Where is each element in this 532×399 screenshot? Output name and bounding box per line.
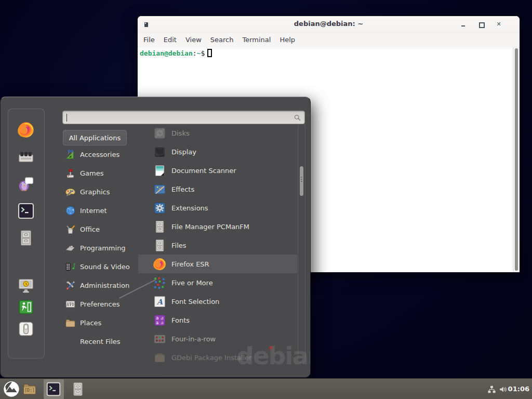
menu-scrollbar-thumb[interactable] xyxy=(300,166,303,196)
effects-icon xyxy=(153,183,166,196)
category-all-applications[interactable]: All Applications xyxy=(63,130,127,145)
menu-help[interactable]: Help xyxy=(280,36,295,44)
fonts-icon xyxy=(153,314,166,327)
app-item-five-or-more[interactable]: Five or More xyxy=(138,273,297,292)
places-icon xyxy=(65,317,76,328)
sound-video-icon xyxy=(65,261,76,272)
file-manager-launcher[interactable] xyxy=(71,381,85,397)
graphics-icon xyxy=(65,187,76,197)
clock[interactable]: 01:06 xyxy=(508,385,529,393)
favorite-pidgin[interactable] xyxy=(18,176,34,192)
extensions-icon xyxy=(153,202,166,215)
accessories-icon xyxy=(65,149,76,160)
four-in-a-row-icon xyxy=(153,332,166,345)
terminal-cursor xyxy=(207,49,212,57)
search-input[interactable] xyxy=(67,112,290,123)
menu-view[interactable]: View xyxy=(185,36,202,44)
desktop: A a a a a xyxy=(0,0,532,399)
category-graphics[interactable]: Graphics xyxy=(63,182,138,201)
all-applications-label: All Applications xyxy=(69,134,121,142)
firefox-icon xyxy=(153,258,166,271)
favorite-file-manager[interactable] xyxy=(18,230,34,246)
category-sound-video[interactable]: Sound & Video xyxy=(63,257,138,276)
menu-terminal[interactable]: Terminal xyxy=(242,36,271,44)
application-menu: debian All Applications Accessories Game… xyxy=(0,97,311,378)
app-item-extensions[interactable]: Extensions xyxy=(138,198,297,217)
scanner-icon xyxy=(153,164,166,177)
games-icon xyxy=(65,168,76,179)
log-out-button[interactable] xyxy=(18,299,34,315)
category-office[interactable]: Office xyxy=(63,220,138,238)
app-item-font-selection[interactable]: Font Selection xyxy=(138,292,297,311)
app-item-disks[interactable]: Disks xyxy=(138,124,297,142)
shell-prompt: debian@debian:~$ xyxy=(138,47,520,58)
administration-icon xyxy=(65,280,76,291)
application-list: Disks Display Document Scanner Effects E… xyxy=(138,124,297,367)
category-preferences[interactable]: Preferences xyxy=(63,295,138,313)
power-switch-icon xyxy=(18,321,34,337)
log-out-icon xyxy=(18,299,34,315)
menu-button[interactable] xyxy=(3,381,20,397)
prompt-separator: : xyxy=(193,49,197,57)
favorite-firefox[interactable] xyxy=(18,122,34,138)
font-selection-icon xyxy=(153,295,166,308)
prompt-user-host: debian@debian xyxy=(140,49,193,57)
network-icon[interactable] xyxy=(487,385,496,394)
maximize-button[interactable] xyxy=(478,21,484,28)
category-places[interactable]: Places xyxy=(63,313,138,332)
office-icon xyxy=(65,224,76,235)
volume-icon[interactable] xyxy=(499,385,508,394)
lock-screen-button[interactable] xyxy=(18,277,34,294)
app-item-effects[interactable]: Effects xyxy=(138,180,297,198)
app-item-firefox-esr[interactable]: Firefox ESR xyxy=(138,255,297,273)
category-list: Accessories Games Graphics Internet Offi… xyxy=(63,145,138,351)
file-cabinet-icon xyxy=(153,220,166,233)
app-item-fonts[interactable]: Fonts xyxy=(138,311,297,329)
menu-file[interactable]: File xyxy=(143,36,155,44)
favorite-terminal[interactable] xyxy=(18,203,34,219)
favorite-keyboard[interactable] xyxy=(18,149,34,165)
category-administration[interactable]: Administration xyxy=(63,276,138,295)
file-cabinet-icon xyxy=(153,239,166,252)
internet-icon xyxy=(65,205,76,216)
category-internet[interactable]: Internet xyxy=(63,201,138,220)
terminal-scrollbar-thumb[interactable] xyxy=(515,48,518,271)
terminal-icon xyxy=(18,203,34,219)
category-programming[interactable]: Programming xyxy=(63,238,138,257)
category-accessories[interactable]: Accessories xyxy=(63,145,138,164)
scrollbar-grip-dots xyxy=(301,179,302,180)
menu-search[interactable]: Search xyxy=(210,36,234,44)
category-games[interactable]: Games xyxy=(63,164,138,182)
gdebi-icon xyxy=(153,351,166,364)
close-button[interactable]: ✕ xyxy=(496,21,502,28)
power-button[interactable] xyxy=(18,321,34,337)
five-or-more-icon xyxy=(153,276,166,289)
app-item-document-scanner[interactable]: Document Scanner xyxy=(138,161,297,180)
minimize-button[interactable] xyxy=(460,21,467,28)
terminal-menubar: File Edit View Search Terminal Help xyxy=(138,33,520,47)
app-item-files[interactable]: Files xyxy=(138,236,297,255)
search-icon xyxy=(294,114,301,122)
pidgin-icon xyxy=(18,176,34,192)
lock-screen-icon xyxy=(18,277,34,294)
terminal-scrollbar[interactable] xyxy=(513,47,520,272)
app-item-gdebi-package-installer[interactable]: GDebi Package Installer xyxy=(138,348,297,367)
folder-icon xyxy=(22,382,37,396)
disks-icon xyxy=(153,127,166,140)
file-cabinet-icon xyxy=(18,230,34,246)
app-item-four-in-a-row[interactable]: Four-in-a-row xyxy=(138,329,297,348)
folder-launcher[interactable] xyxy=(22,382,37,396)
terminal-titlebar[interactable]: debian@debian: ~ ✕ xyxy=(138,16,520,33)
preferences-icon xyxy=(65,299,76,310)
category-recent-files[interactable]: Recent Files xyxy=(63,332,138,351)
app-item-display[interactable]: Display xyxy=(138,142,297,161)
app-item-file-manager-pcmanfm[interactable]: File Manager PCManFM xyxy=(138,217,297,236)
file-cabinet-icon xyxy=(71,381,85,397)
firefox-icon xyxy=(18,122,34,138)
menu-edit[interactable]: Edit xyxy=(164,36,177,44)
programming-icon xyxy=(65,243,76,254)
terminal-launcher-active[interactable] xyxy=(44,379,64,399)
menu-search-box[interactable] xyxy=(62,111,305,124)
menu-scrollbar[interactable] xyxy=(298,123,305,363)
menu-button-icon xyxy=(3,381,20,397)
